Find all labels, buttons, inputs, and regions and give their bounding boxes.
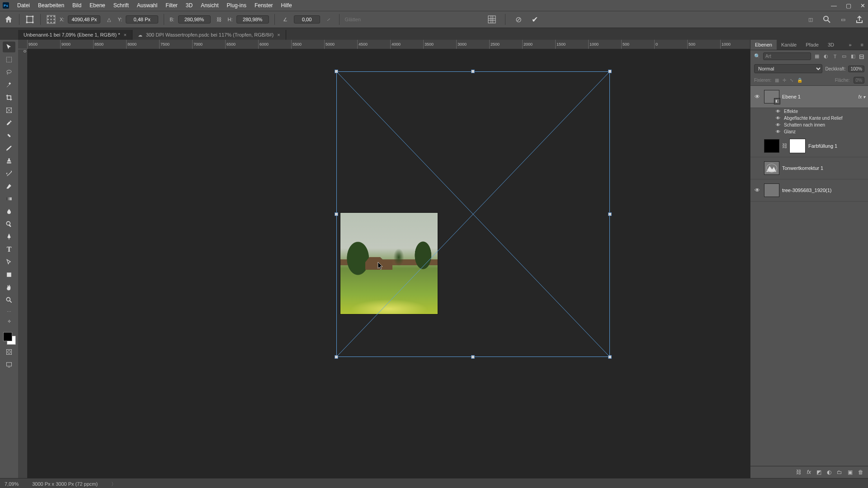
cloud-docs-icon[interactable]: ◫ <box>806 14 816 24</box>
filter-smart-icon[interactable]: ◧ <box>850 53 856 60</box>
layer-mask-icon[interactable]: ◩ <box>816 469 821 475</box>
commit-transform-icon[interactable]: ✔ <box>530 14 540 24</box>
zoom-tool-icon[interactable] <box>3 295 15 305</box>
close-tab-icon[interactable]: × <box>123 32 126 38</box>
layer-row-tonwert[interactable]: Tonwertkorrektur 1 <box>750 157 868 179</box>
quickmask-icon[interactable] <box>3 347 15 357</box>
status-docinfo[interactable]: 3000 Px x 3000 Px (72 ppcm) <box>32 481 98 487</box>
menu-ebene[interactable]: Ebene <box>90 2 105 9</box>
document-tab-2[interactable]: ☁ 300 DPI Wassertropfen.psdc bei 117% (T… <box>132 30 286 40</box>
visibility-toggle-icon[interactable]: 👁 <box>753 187 761 193</box>
filter-shape-icon[interactable]: ▭ <box>841 53 847 60</box>
frame-tool-icon[interactable] <box>3 105 15 116</box>
canvas-area[interactable]: 9500900085008000750070006500600055005000… <box>18 40 750 478</box>
window-minimize-icon[interactable]: — <box>831 2 837 9</box>
layer-name[interactable]: Tonwertkorrektur 1 <box>782 165 865 171</box>
eraser-tool-icon[interactable] <box>3 181 15 192</box>
home-icon[interactable] <box>4 14 14 24</box>
menu-plugins[interactable]: Plug-ins <box>227 2 246 9</box>
close-tab-icon[interactable]: × <box>277 32 280 38</box>
transform-handle-n[interactable] <box>471 70 475 73</box>
effects-header[interactable]: 👁 Effekte <box>750 108 868 115</box>
x-value[interactable]: 4090,48 Px <box>68 15 100 23</box>
menu-hilfe[interactable]: Hilfe <box>281 2 292 9</box>
filter-type-icon[interactable]: T <box>832 53 838 60</box>
lock-all-icon[interactable]: 🔒 <box>797 78 802 83</box>
menu-fenster[interactable]: Fenster <box>255 2 273 9</box>
ruler-origin[interactable] <box>18 40 28 49</box>
healing-tool-icon[interactable] <box>3 130 15 141</box>
layer-thumbnail[interactable] <box>764 183 779 197</box>
panel-menu-icon[interactable]: ≡ <box>856 40 868 50</box>
gradient-tool-icon[interactable] <box>3 193 15 204</box>
transform-handle-ne[interactable] <box>608 70 612 73</box>
layer-mask-thumbnail[interactable] <box>789 139 806 153</box>
fill-value[interactable]: 0% <box>854 77 864 84</box>
pen-tool-icon[interactable] <box>3 231 15 242</box>
link-wh-icon[interactable]: ⛓ <box>214 14 224 24</box>
history-brush-tool-icon[interactable] <box>3 168 15 179</box>
share-icon[interactable] <box>854 14 864 24</box>
menu-bearbeiten[interactable]: Bearbeiten <box>38 2 64 9</box>
document-tab-1[interactable]: Unbenannt-1 bei 7,09% (Ebene 1, RGB/8) *… <box>18 30 132 40</box>
transform-handle-nw[interactable] <box>335 70 338 73</box>
lock-position-icon[interactable]: ✛ <box>783 78 786 83</box>
vertical-ruler[interactable]: 0 <box>18 49 28 478</box>
menu-schrift[interactable]: Schrift <box>113 2 129 9</box>
layer-filter-input[interactable]: Art <box>763 52 811 60</box>
transform-handle-se[interactable] <box>608 355 612 359</box>
transform-handle-sw[interactable] <box>335 355 338 359</box>
menu-filter[interactable]: Filter <box>165 2 178 9</box>
status-more-icon[interactable]: 〉 <box>111 481 116 488</box>
workspace-icon[interactable]: ▭ <box>838 14 848 24</box>
blend-mode-select[interactable]: Normal <box>754 64 822 73</box>
h-value[interactable]: 280,98% <box>236 15 269 23</box>
interpolation-label[interactable]: Glätten <box>345 17 361 22</box>
transform-handle-s[interactable] <box>471 355 475 359</box>
search-icon[interactable] <box>822 14 832 24</box>
screenmode-icon[interactable] <box>3 359 15 370</box>
color-swatches[interactable] <box>2 331 16 345</box>
filter-pixel-icon[interactable]: ▦ <box>814 53 820 60</box>
eyedropper-tool-icon[interactable] <box>3 117 15 128</box>
path-select-tool-icon[interactable] <box>3 257 15 267</box>
delete-layer-icon[interactable]: 🗑 <box>858 469 863 475</box>
layer-name[interactable]: tree-3095683_1920(1) <box>782 188 865 193</box>
layer-row-tree[interactable]: 👁 tree-3095683_1920(1) <box>750 179 868 202</box>
reference-point-icon[interactable] <box>46 14 56 24</box>
filter-adjust-icon[interactable]: ◐ <box>823 53 829 60</box>
panel-tab-3d[interactable]: 3D <box>823 40 839 50</box>
panel-collapse-icon[interactable]: » <box>844 40 856 50</box>
filter-toggle-icon[interactable]: ⊟ <box>859 53 864 60</box>
foreground-color[interactable] <box>3 332 12 341</box>
effects-visibility-icon[interactable]: 👁 <box>775 109 781 114</box>
menu-auswahl[interactable]: Auswahl <box>137 2 157 9</box>
opacity-value[interactable]: 100% <box>848 66 864 72</box>
visibility-toggle-icon[interactable]: 👁 <box>753 94 761 100</box>
lock-artboard-icon[interactable]: ⤡ <box>790 78 793 83</box>
delta-icon[interactable]: △ <box>104 14 114 24</box>
layer-thumbnail[interactable] <box>764 161 779 175</box>
crop-tool-icon[interactable] <box>3 92 15 103</box>
brush-tool-icon[interactable] <box>3 143 15 154</box>
new-layer-icon[interactable]: ▣ <box>848 469 853 475</box>
blur-tool-icon[interactable] <box>3 206 15 217</box>
link-layers-icon[interactable]: ⛓ <box>796 469 802 475</box>
effect-bevel[interactable]: 👁Abgeflachte Kante und Relief <box>750 115 868 122</box>
move-tool-icon[interactable] <box>3 42 15 52</box>
layer-row-ebene1[interactable]: 👁 ◧ Ebene 1 fx ▾ <box>750 86 868 108</box>
angle-value[interactable]: 0,00 <box>294 15 320 23</box>
lock-pixels-icon[interactable]: ▦ <box>775 78 779 83</box>
adjustment-layer-icon[interactable]: ◐ <box>827 469 831 475</box>
transform-bounding-box[interactable] <box>336 71 610 357</box>
wand-tool-icon[interactable] <box>3 80 15 90</box>
layer-style-icon[interactable]: fx <box>807 469 811 475</box>
panel-tab-pfade[interactable]: Pfade <box>801 40 823 50</box>
menu-bild[interactable]: Bild <box>72 2 81 9</box>
transform-handle-e[interactable] <box>608 212 612 216</box>
cancel-transform-icon[interactable]: ⊘ <box>514 14 524 24</box>
marquee-tool-icon[interactable] <box>3 54 15 65</box>
hand-tool-icon[interactable] <box>3 282 15 293</box>
window-close-icon[interactable]: ✕ <box>860 2 865 9</box>
horizontal-ruler[interactable]: 9500900085008000750070006500600055005000… <box>27 40 750 49</box>
